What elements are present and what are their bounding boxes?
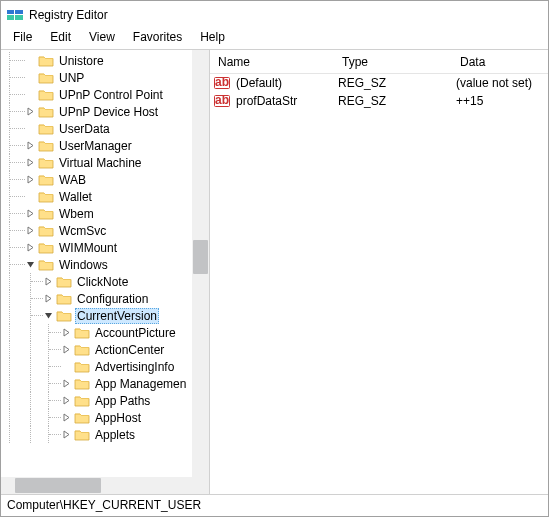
tree-item-label: UserManager	[57, 139, 134, 153]
folder-icon	[56, 309, 72, 323]
tree-item[interactable]: App Managemen	[1, 375, 209, 392]
tree-expander[interactable]	[25, 225, 36, 236]
column-type[interactable]: Type	[334, 51, 452, 73]
tree-item-label: Configuration	[75, 292, 150, 306]
folder-icon	[74, 343, 90, 357]
tree-item-label: ActionCenter	[93, 343, 166, 357]
tree-item[interactable]: UserData	[1, 120, 209, 137]
tree-item[interactable]: Windows	[1, 256, 209, 273]
value-data: ++15	[452, 94, 548, 108]
tree-item[interactable]: Configuration	[1, 290, 209, 307]
folder-icon	[74, 360, 90, 374]
tree-item[interactable]: WcmSvc	[1, 222, 209, 239]
value-row[interactable]: ab(Default)REG_SZ(value not set)	[210, 74, 548, 92]
tree-expander[interactable]	[61, 378, 72, 389]
tree-expander[interactable]	[61, 429, 72, 440]
menu-file[interactable]: File	[5, 29, 40, 49]
app-icon	[7, 7, 23, 23]
scrollbar-thumb[interactable]	[15, 478, 101, 493]
tree-expander[interactable]	[25, 208, 36, 219]
menu-view[interactable]: View	[81, 29, 123, 49]
content-area: UnistoreUNPUPnP Control PointUPnP Device…	[1, 49, 548, 494]
tree-item[interactable]: ActionCenter	[1, 341, 209, 358]
tree-item[interactable]: Applets	[1, 426, 209, 443]
folder-icon	[38, 139, 54, 153]
tree-item[interactable]: Wbem	[1, 205, 209, 222]
tree-item-label: UNP	[57, 71, 86, 85]
tree-expander[interactable]	[25, 140, 36, 151]
tree-item-label: ClickNote	[75, 275, 130, 289]
tree-item[interactable]: Wallet	[1, 188, 209, 205]
folder-icon	[74, 326, 90, 340]
folder-icon	[38, 122, 54, 136]
status-path: Computer\HKEY_CURRENT_USER	[7, 498, 201, 512]
tree-expander[interactable]	[61, 327, 72, 338]
tree-expander[interactable]	[43, 310, 54, 321]
tree-item-label: UPnP Device Host	[57, 105, 160, 119]
registry-tree[interactable]: UnistoreUNPUPnP Control PointUPnP Device…	[1, 50, 209, 477]
menu-help[interactable]: Help	[192, 29, 233, 49]
folder-icon	[38, 224, 54, 238]
tree-item-label: UserData	[57, 122, 112, 136]
tree-item[interactable]: AccountPicture	[1, 324, 209, 341]
tree-item[interactable]: CurrentVersion	[1, 307, 209, 324]
folder-icon	[38, 258, 54, 272]
string-value-icon: ab	[214, 94, 230, 108]
folder-icon	[74, 377, 90, 391]
tree-expander[interactable]	[61, 395, 72, 406]
tree-horizontal-scrollbar[interactable]	[1, 477, 209, 494]
value-type: REG_SZ	[334, 76, 452, 90]
tree-expander	[25, 72, 36, 83]
menu-favorites[interactable]: Favorites	[125, 29, 190, 49]
tree-item[interactable]: Virtual Machine	[1, 154, 209, 171]
tree-expander[interactable]	[25, 106, 36, 117]
values-list[interactable]: ab(Default)REG_SZ(value not set)abprofDa…	[210, 74, 548, 110]
tree-expander	[61, 361, 72, 372]
tree-item-label: Virtual Machine	[57, 156, 144, 170]
list-header: Name Type Data	[210, 50, 548, 74]
value-name: (Default)	[232, 76, 334, 90]
column-data[interactable]: Data	[452, 51, 548, 73]
tree-expander[interactable]	[25, 157, 36, 168]
tree-item-label: Unistore	[57, 54, 106, 68]
folder-icon	[38, 71, 54, 85]
tree-item[interactable]: UPnP Device Host	[1, 103, 209, 120]
folder-icon	[38, 173, 54, 187]
tree-item[interactable]: UNP	[1, 69, 209, 86]
tree-item[interactable]: App Paths	[1, 392, 209, 409]
tree-item[interactable]: AdvertisingInfo	[1, 358, 209, 375]
tree-expander[interactable]	[43, 276, 54, 287]
column-name[interactable]: Name	[210, 51, 334, 73]
tree-pane: UnistoreUNPUPnP Control PointUPnP Device…	[1, 50, 210, 494]
tree-item[interactable]: WIMMount	[1, 239, 209, 256]
title-bar: Registry Editor	[1, 1, 548, 29]
tree-item-label: WIMMount	[57, 241, 119, 255]
folder-icon	[56, 275, 72, 289]
tree-item-label: CurrentVersion	[75, 308, 159, 324]
tree-item[interactable]: Unistore	[1, 52, 209, 69]
tree-item[interactable]: ClickNote	[1, 273, 209, 290]
tree-item[interactable]: UserManager	[1, 137, 209, 154]
value-row[interactable]: abprofDataStrREG_SZ++15	[210, 92, 548, 110]
tree-expander[interactable]	[61, 344, 72, 355]
tree-expander[interactable]	[25, 174, 36, 185]
values-pane: Name Type Data ab(Default)REG_SZ(value n…	[210, 50, 548, 494]
tree-expander	[25, 89, 36, 100]
tree-item-label: Wbem	[57, 207, 96, 221]
tree-item-label: AccountPicture	[93, 326, 178, 340]
tree-item-label: AdvertisingInfo	[93, 360, 176, 374]
tree-expander[interactable]	[61, 412, 72, 423]
tree-item[interactable]: WAB	[1, 171, 209, 188]
tree-expander[interactable]	[25, 242, 36, 253]
folder-icon	[56, 292, 72, 306]
menu-edit[interactable]: Edit	[42, 29, 79, 49]
tree-expander[interactable]	[25, 259, 36, 270]
folder-icon	[38, 207, 54, 221]
folder-icon	[38, 54, 54, 68]
svg-rect-1	[15, 10, 23, 14]
tree-item[interactable]: UPnP Control Point	[1, 86, 209, 103]
svg-text:ab: ab	[215, 76, 229, 89]
folder-icon	[74, 411, 90, 425]
tree-expander[interactable]	[43, 293, 54, 304]
tree-item[interactable]: AppHost	[1, 409, 209, 426]
